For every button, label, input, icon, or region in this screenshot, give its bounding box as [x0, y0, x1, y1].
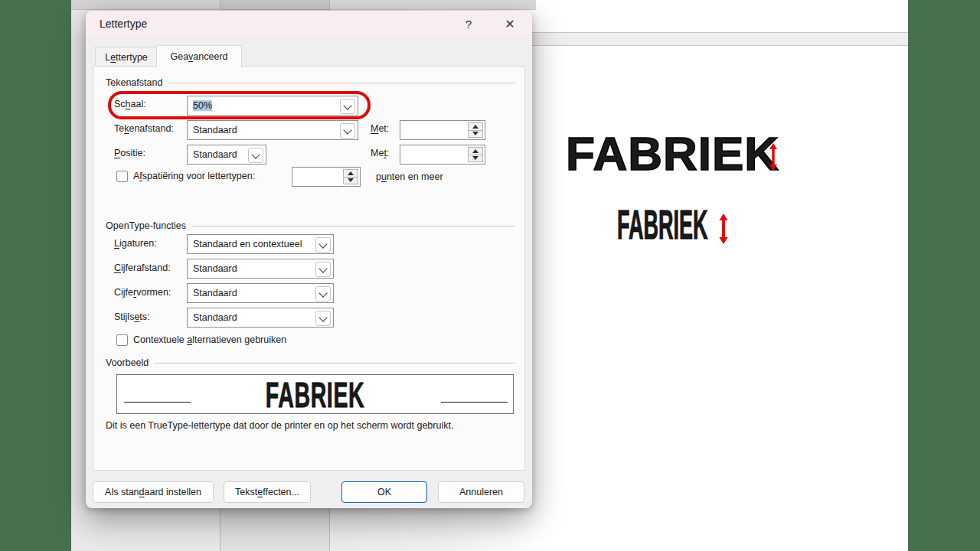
- group-voorbeeld: Voorbeeld: [106, 357, 515, 368]
- desktop-strip-right: [908, 0, 980, 551]
- tab-page-advanced: Tekenafstand Schaal: 50% Tekenafstand: S…: [93, 66, 525, 471]
- spin-down-icon[interactable]: [469, 130, 482, 138]
- desktop-strip-left: [0, 0, 71, 551]
- text-effects-button[interactable]: Teksteffecten...: [224, 481, 311, 503]
- met2-label: Met:: [371, 148, 389, 159]
- chevron-down-icon[interactable]: [315, 237, 331, 253]
- group-opentype: OpenType-functies: [106, 220, 515, 231]
- cijferafstand-combobox[interactable]: Standaard: [187, 259, 334, 279]
- group-divider: [168, 83, 515, 83]
- spinner-buttons[interactable]: [468, 147, 483, 162]
- ligaturen-combobox[interactable]: Standaard en contextueel: [187, 234, 334, 254]
- tab-lettertype[interactable]: Lettertype: [95, 47, 158, 68]
- group-tekenafstand-title: Tekenafstand: [106, 77, 162, 88]
- ok-button[interactable]: OK: [341, 481, 427, 503]
- kerning-label: Afspatiëring voor lettertypen:: [133, 171, 255, 182]
- preview-baseline-left: [124, 402, 191, 403]
- spin-down-icon[interactable]: [469, 155, 482, 162]
- tekenafstand-label: Tekenafstand:: [114, 123, 174, 135]
- stijlsets-label: Stijlsets:: [114, 311, 150, 323]
- spin-up-icon[interactable]: [344, 170, 358, 177]
- positie-combobox[interactable]: Standaard: [187, 145, 266, 165]
- met2-spinner[interactable]: [400, 145, 485, 165]
- close-icon[interactable]: ✕: [501, 17, 518, 31]
- vertical-resize-arrow-icon: [717, 214, 730, 244]
- app-top-strip-1: [71, 0, 220, 10]
- chevron-down-icon[interactable]: [315, 262, 331, 277]
- group-divider: [155, 363, 515, 364]
- met1-label: Met:: [371, 123, 389, 135]
- chevron-down-icon[interactable]: [340, 123, 355, 139]
- dialog-title: Lettertype: [100, 18, 147, 30]
- chevron-down-icon[interactable]: [315, 311, 331, 326]
- help-icon[interactable]: ?: [460, 18, 477, 31]
- dialog-titlebar: Lettertype ? ✕: [86, 11, 532, 37]
- tab-lettertype-label: Lettertype: [105, 52, 148, 63]
- group-tekenafstand: Tekenafstand: [106, 77, 515, 88]
- cijferafstand-label: Cijferafstand:: [114, 262, 171, 274]
- document-page: [536, 0, 908, 551]
- font-preview-text: FABRIEK: [192, 377, 438, 413]
- tab-geavanceerd-label: Geavanceerd: [170, 51, 227, 62]
- cijfervormen-label: Cijfervormen:: [114, 287, 171, 298]
- group-divider: [192, 226, 515, 227]
- spin-up-icon[interactable]: [469, 148, 482, 155]
- document-sample-text-scaled: FABRIEK: [617, 204, 708, 245]
- contextual-alternates-label: Contextuele alternatieven gebruiken: [133, 334, 286, 346]
- cijfervormen-combobox[interactable]: Standaard: [187, 283, 334, 303]
- vertical-resize-arrow-icon: [767, 143, 779, 171]
- kerning-spinner[interactable]: [292, 167, 361, 187]
- document-header-band: [490, 32, 908, 46]
- font-preview-box: FABRIEK: [116, 374, 514, 414]
- spin-up-icon[interactable]: [469, 123, 482, 130]
- set-default-button[interactable]: Als standaard instellen: [93, 481, 214, 503]
- app-top-strip-2: [220, 0, 329, 10]
- app-top-strip-3: [330, 0, 536, 10]
- tekenafstand-combobox[interactable]: Standaard: [187, 120, 358, 140]
- schaal-label: Schaal:: [114, 99, 146, 110]
- kerning-checkbox[interactable]: [116, 171, 128, 182]
- document-sample-text-normal: FABRIEK: [566, 130, 779, 178]
- group-voorbeeld-title: Voorbeeld: [106, 357, 149, 368]
- spin-down-icon[interactable]: [344, 177, 358, 184]
- ligaturen-label: Ligaturen:: [114, 238, 157, 249]
- chevron-down-icon[interactable]: [340, 99, 355, 114]
- chevron-down-icon[interactable]: [315, 286, 331, 302]
- font-description-text: Dit is een TrueType-lettertype dat door …: [106, 420, 453, 431]
- tab-geavanceerd[interactable]: Geavanceerd: [156, 45, 242, 67]
- schaal-combobox[interactable]: 50%: [187, 96, 358, 116]
- stijlsets-combobox[interactable]: Standaard: [187, 308, 334, 328]
- met1-spinner[interactable]: [400, 120, 485, 140]
- font-dialog: Lettertype ? ✕ Lettertype Geavanceerd Te…: [86, 11, 532, 508]
- spinner-buttons[interactable]: [343, 169, 358, 184]
- contextual-alternates-checkbox[interactable]: [116, 334, 128, 346]
- positie-label: Positie:: [114, 148, 145, 159]
- kerning-suffix-label: punten en meer: [376, 171, 443, 183]
- group-opentype-title: OpenType-functies: [106, 220, 186, 231]
- cancel-button[interactable]: Annuleren: [438, 481, 524, 503]
- schaal-value-selected: 50%: [193, 100, 212, 111]
- spinner-buttons[interactable]: [468, 122, 483, 138]
- preview-baseline-right: [441, 402, 508, 403]
- chevron-down-icon[interactable]: [248, 148, 263, 163]
